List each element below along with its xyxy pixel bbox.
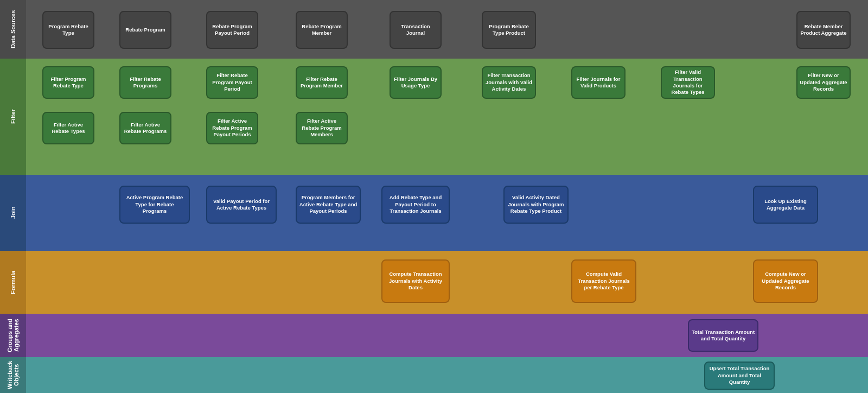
band-data-sources: Program Rebate Type Rebate Program Rebat… <box>26 0 868 59</box>
band-filter: Filter Program Rebate Type Filter Active… <box>26 59 868 175</box>
node-transaction-journal[interactable]: Transaction Journal <box>390 11 442 49</box>
band-groups: Total Transaction Amount and Total Quant… <box>26 314 868 357</box>
diagram-content: Program Rebate Type Rebate Program Rebat… <box>26 0 868 393</box>
node-filter-valid-activity[interactable]: Filter Transaction Journals with Valid A… <box>482 66 536 99</box>
node-compute-valid[interactable]: Compute Valid Transaction Journals per R… <box>571 259 636 303</box>
label-data-sources: Data Sources <box>0 0 26 59</box>
node-program-members[interactable]: Program Members for Active Rebate Type a… <box>296 186 361 224</box>
label-join: Join <box>0 175 26 251</box>
node-filter-member[interactable]: Filter Rebate Program Member <box>296 66 348 99</box>
node-program-rebate-type-product[interactable]: Program Rebate Type Product <box>482 11 536 49</box>
band-join: Active Program Rebate Type for Rebate Pr… <box>26 175 868 251</box>
row-labels: Data Sources Filter Join Formula Groups … <box>0 0 26 393</box>
node-rebate-member-product[interactable]: Rebate Member Product Aggregate <box>796 11 851 49</box>
label-filter: Filter <box>0 59 26 175</box>
node-active-program-rebate[interactable]: Active Program Rebate Type for Rebate Pr… <box>119 186 190 224</box>
diagram-container: Data Sources Filter Join Formula Groups … <box>0 0 868 393</box>
node-filter-valid-products[interactable]: Filter Journals for Valid Products <box>571 66 626 99</box>
node-filter-valid-rebate-types[interactable]: Filter Valid Transaction Journals for Re… <box>661 66 715 99</box>
band-formula: Compute Transaction Journals with Activi… <box>26 251 868 314</box>
band-writeback: Upsert Total Transaction Amount and Tota… <box>26 357 868 393</box>
node-program-rebate-type[interactable]: Program Rebate Type <box>42 11 94 49</box>
node-filter-program-rebate-type[interactable]: Filter Program Rebate Type <box>42 66 94 99</box>
node-add-rebate-type[interactable]: Add Rebate Type and Payout Period to Tra… <box>381 186 450 224</box>
node-filter-active-members[interactable]: Filter Active Rebate Program Members <box>296 112 348 144</box>
label-writeback: Writeback Objects <box>0 357 26 393</box>
node-filter-journals-usage[interactable]: Filter Journals By Usage Type <box>390 66 442 99</box>
node-rebate-program-payout[interactable]: Rebate Program Payout Period <box>206 11 258 49</box>
node-filter-payout-period[interactable]: Filter Rebate Program Payout Period <box>206 66 258 99</box>
label-groups: Groups and Aggregates <box>0 314 26 357</box>
node-rebate-program-member[interactable]: Rebate Program Member <box>296 11 348 49</box>
node-filter-new-updated[interactable]: Filter New or Updated Aggregate Records <box>796 66 851 99</box>
node-filter-active-programs[interactable]: Filter Active Rebate Programs <box>119 112 171 144</box>
node-rebate-program[interactable]: Rebate Program <box>119 11 171 49</box>
node-compute-transaction[interactable]: Compute Transaction Journals with Activi… <box>381 259 450 303</box>
node-total-transaction[interactable]: Total Transaction Amount and Total Quant… <box>688 319 758 352</box>
node-valid-payout[interactable]: Valid Payout Period for Active Rebate Ty… <box>206 186 277 224</box>
node-compute-aggregate[interactable]: Compute New or Updated Aggregate Records <box>753 259 818 303</box>
node-upsert[interactable]: Upsert Total Transaction Amount and Tota… <box>704 362 775 390</box>
node-filter-active-rebate-types[interactable]: Filter Active Rebate Types <box>42 112 94 144</box>
node-valid-activity[interactable]: Valid Activity Dated Journals with Progr… <box>503 186 569 224</box>
node-filter-active-payout[interactable]: Filter Active Rebate Program Payout Peri… <box>206 112 258 144</box>
node-filter-rebate-programs[interactable]: Filter Rebate Programs <box>119 66 171 99</box>
node-look-up[interactable]: Look Up Existing Aggregate Data <box>753 186 818 224</box>
label-formula: Formula <box>0 251 26 314</box>
